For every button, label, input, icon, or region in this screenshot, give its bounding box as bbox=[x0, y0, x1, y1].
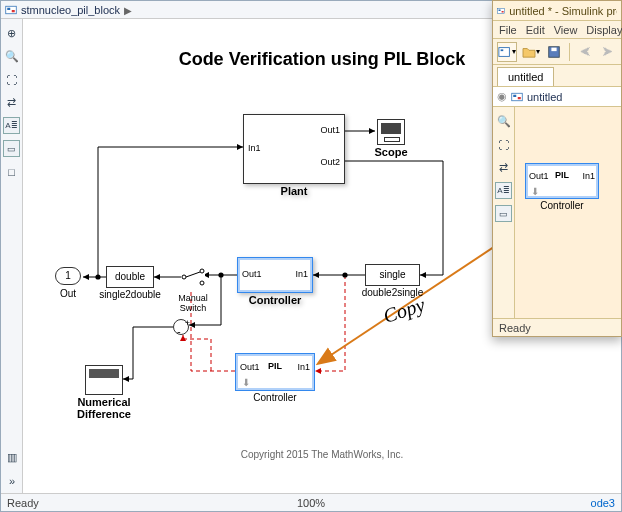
annotation-tool-icon[interactable]: A≣ bbox=[495, 182, 512, 199]
menu-view[interactable]: View bbox=[554, 24, 578, 36]
svg-rect-12 bbox=[502, 11, 504, 13]
block-single2double[interactable]: double single2double bbox=[106, 266, 154, 288]
nav-back-icon[interactable]: ⊕ bbox=[3, 25, 20, 42]
swap-icon[interactable]: ⇄ bbox=[3, 94, 20, 111]
new-model-button[interactable]: ▾ bbox=[497, 42, 517, 62]
svg-rect-1 bbox=[7, 8, 10, 10]
svg-rect-18 bbox=[513, 94, 516, 96]
fit-icon[interactable]: ⛶ bbox=[495, 136, 512, 153]
s2d-text: double bbox=[115, 271, 145, 282]
pil-port-in1: In1 bbox=[297, 362, 310, 372]
status-bar: Ready 100% ode3 bbox=[1, 493, 621, 511]
block-manual-switch[interactable]: Manual Switch bbox=[181, 263, 205, 291]
secondary-body: 🔍 ⛶ ⇄ A≣ ▭ In1 Out1 PIL ⬇ Controller Rea… bbox=[493, 107, 621, 336]
plant-port-out2: Out2 bbox=[320, 157, 340, 167]
svg-rect-13 bbox=[499, 47, 510, 56]
svg-rect-2 bbox=[12, 10, 15, 12]
pil2-label: Controller bbox=[540, 200, 583, 211]
pil-text: PIL bbox=[268, 361, 282, 371]
menu-edit[interactable]: Edit bbox=[526, 24, 545, 36]
pil2-text: PIL bbox=[555, 170, 569, 180]
breadcrumb-model-name[interactable]: stmnucleo_pil_block bbox=[21, 4, 120, 16]
block-pil-controller-copy[interactable]: In1 Out1 PIL ⬇ Controller bbox=[525, 163, 599, 199]
secondary-title: untitled * - Simulink prerelease u bbox=[509, 5, 617, 17]
plant-port-out1: Out1 bbox=[320, 125, 340, 135]
secondary-bc-name[interactable]: untitled bbox=[527, 91, 562, 103]
viewmark-icon[interactable]: ▭ bbox=[495, 205, 512, 222]
svg-point-4 bbox=[95, 274, 100, 279]
svg-point-3 bbox=[342, 272, 347, 277]
secondary-breadcrumb[interactable]: ◉ untitled bbox=[493, 87, 621, 107]
ctrl-label: Controller bbox=[249, 294, 302, 306]
block-outport[interactable]: 1 Out bbox=[55, 267, 81, 285]
plant-label: Plant bbox=[281, 185, 308, 197]
copyright-text: Copyright 2015 The MathWorks, Inc. bbox=[241, 449, 404, 460]
library-icon[interactable]: ▥ bbox=[4, 449, 21, 466]
breadcrumb[interactable]: stmnucleo_pil_block ▶ bbox=[1, 1, 136, 19]
download-icon: ⬇ bbox=[531, 186, 539, 197]
svg-rect-19 bbox=[518, 97, 521, 99]
pil2-port-in1: In1 bbox=[582, 171, 595, 181]
outport-number: 1 bbox=[65, 270, 71, 281]
switch-label: Manual Switch bbox=[178, 293, 208, 313]
svg-point-7 bbox=[200, 281, 204, 285]
viewmark-icon[interactable]: ▭ bbox=[3, 140, 20, 157]
diagram-title: Code Verification using PIL Block bbox=[179, 49, 466, 70]
secondary-canvas[interactable]: In1 Out1 PIL ⬇ Controller bbox=[515, 107, 621, 336]
pil-port-out1: Out1 bbox=[240, 362, 260, 372]
svg-line-9 bbox=[186, 272, 200, 277]
menu-display[interactable]: Display bbox=[586, 24, 622, 36]
pil-label: Controller bbox=[253, 392, 296, 403]
zoom-icon[interactable]: 🔍 bbox=[3, 48, 20, 65]
annotation-tool-icon[interactable]: A≣ bbox=[3, 117, 20, 134]
outport-label: Out bbox=[60, 286, 76, 302]
secondary-window[interactable]: untitled * - Simulink prerelease u File … bbox=[492, 0, 622, 337]
svg-rect-14 bbox=[501, 49, 504, 51]
copy-annotation: Copy bbox=[380, 293, 427, 328]
block-pil-controller[interactable]: In1 Out1 PIL ⬇ Controller bbox=[235, 353, 315, 391]
zoom-icon[interactable]: 🔍 bbox=[495, 113, 512, 130]
status-solver[interactable]: ode3 bbox=[591, 497, 621, 509]
block-plant[interactable]: In1 Out1 Out2 Plant bbox=[243, 114, 345, 184]
svg-rect-16 bbox=[552, 47, 557, 51]
pil2-port-out1: Out1 bbox=[529, 171, 549, 181]
svg-point-8 bbox=[182, 275, 186, 279]
svg-point-5 bbox=[218, 272, 223, 277]
scope-label: Scope bbox=[374, 146, 407, 158]
save-button[interactable] bbox=[545, 42, 563, 62]
chevron-right-icon: ▶ bbox=[124, 5, 132, 16]
block-sum[interactable]: + - bbox=[173, 319, 189, 335]
ctrl-port-in1: In1 bbox=[295, 269, 308, 279]
open-button[interactable]: ▾ bbox=[521, 42, 541, 62]
svg-rect-11 bbox=[499, 9, 501, 11]
secondary-statusbar: Ready bbox=[493, 318, 621, 336]
square-icon[interactable]: □ bbox=[3, 163, 20, 180]
block-controller[interactable]: In1 Out1 Controller bbox=[237, 257, 313, 293]
secondary-tabrow: untitled bbox=[493, 65, 621, 87]
model-icon bbox=[497, 5, 505, 17]
secondary-titlebar[interactable]: untitled * - Simulink prerelease u bbox=[493, 1, 621, 21]
block-scope[interactable]: Scope bbox=[377, 119, 405, 145]
block-numerical-difference[interactable]: Numerical Difference bbox=[85, 365, 123, 395]
numdiff-label: Numerical Difference bbox=[77, 396, 131, 420]
secondary-menubar: File Edit View Display Diag bbox=[493, 21, 621, 39]
fit-icon[interactable]: ⛶ bbox=[3, 71, 20, 88]
left-palette-bottom: ▥ » bbox=[1, 449, 23, 493]
swap-icon[interactable]: ⇄ bbox=[495, 159, 512, 176]
secondary-palette: 🔍 ⛶ ⇄ A≣ ▭ bbox=[493, 107, 515, 318]
tab-untitled[interactable]: untitled bbox=[497, 67, 554, 86]
plant-port-in1: In1 bbox=[248, 143, 261, 153]
d2s-text: single bbox=[379, 269, 405, 280]
s2d-label: single2double bbox=[99, 289, 161, 300]
secondary-toolbar: ▾ ▾ ⮜ ⮞ bbox=[493, 39, 621, 65]
back-button[interactable]: ⮜ bbox=[576, 42, 594, 62]
block-double2single[interactable]: single double2single bbox=[365, 264, 420, 286]
expand-icon[interactable]: » bbox=[4, 472, 21, 489]
nav-circle-icon[interactable]: ◉ bbox=[497, 90, 507, 103]
forward-button[interactable]: ⮞ bbox=[599, 42, 617, 62]
model-icon bbox=[5, 4, 17, 16]
left-palette: ⊕ 🔍 ⛶ ⇄ A≣ ▭ □ bbox=[1, 19, 23, 493]
svg-point-6 bbox=[200, 269, 204, 273]
status-zoom: 100% bbox=[297, 497, 325, 509]
menu-file[interactable]: File bbox=[499, 24, 517, 36]
